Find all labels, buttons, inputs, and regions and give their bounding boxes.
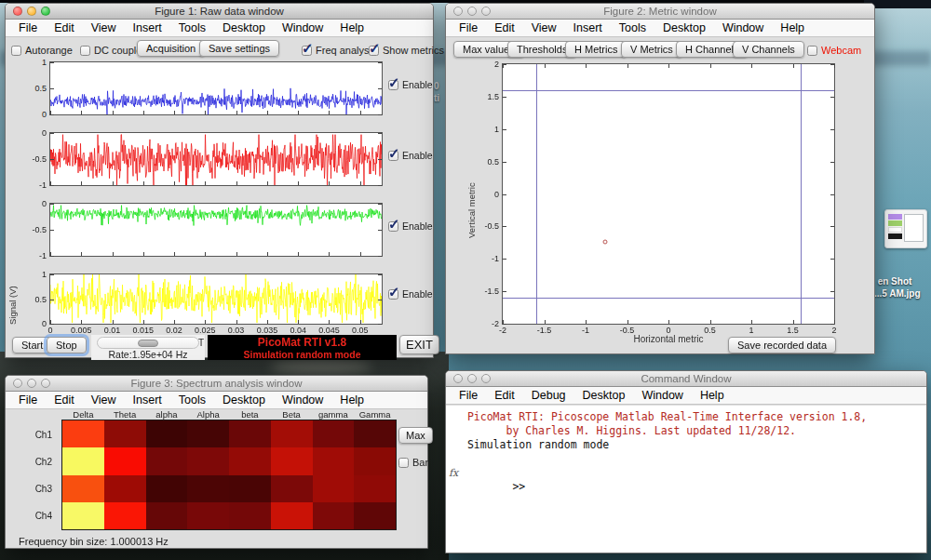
checkbox-box[interactable] [302,46,312,56]
channel4-enable-checkbox[interactable]: Enable [388,288,433,300]
rate-slider-thumb[interactable] [138,340,158,347]
fx-function-hint-icon[interactable]: fx [449,466,458,480]
menu-desktop[interactable]: Desktop [654,21,714,34]
show-metrics-checkbox[interactable]: Show metrics [369,45,444,56]
threshold-line-horizontal [503,90,834,91]
stop-button[interactable]: Stop [47,337,87,353]
menu-insert[interactable]: Insert [125,393,170,407]
channel2-enable-checkbox[interactable]: Enable [388,150,433,161]
menu-desktop[interactable]: Desktop [214,21,274,34]
menu-insert[interactable]: Insert [565,21,611,34]
menu-view[interactable]: View [83,393,125,407]
x-tick-mark [503,64,504,68]
menu-edit[interactable]: Edit [46,21,83,34]
y-tick-mark [830,291,834,292]
zoom-button[interactable] [41,7,50,16]
checkbox-box[interactable] [807,46,817,56]
menu-window[interactable]: Window [274,21,331,34]
channel1-enable-checkbox[interactable]: Enable [388,79,433,90]
save-settings-button[interactable]: Save settings [199,40,279,57]
x-tick-mark [360,181,361,185]
menu-desktop[interactable]: Desktop [214,393,274,407]
rate-slider[interactable] [97,337,199,349]
menu-file[interactable]: File [10,21,46,34]
checkbox-box[interactable] [80,46,90,56]
command-titlebar[interactable]: Command Window [446,371,926,387]
menu-edit[interactable]: Edit [486,21,523,34]
menu-window[interactable]: Window [633,389,691,402]
close-button[interactable] [453,374,463,383]
menu-file[interactable]: File [451,21,486,34]
heat-cell-Ch2-Beta [271,447,313,474]
y-tick-mark [830,324,834,325]
close-button[interactable] [13,379,22,388]
checkbox-box[interactable] [388,289,398,300]
menu-tools[interactable]: Tools [170,21,214,34]
y-tick-mark [50,300,54,300]
checkbox-box[interactable] [369,46,379,56]
save-recorded-data-button[interactable]: Save recorded data [728,337,836,353]
figure1-titlebar[interactable]: Figure 1: Raw data window [6,4,433,20]
menu-help[interactable]: Help [772,21,813,34]
window-title: Figure 2: Metric window [446,6,874,17]
heat-cell-Ch1-Beta [271,420,313,447]
menu-file[interactable]: File [10,393,46,407]
y-tick-mark [378,230,382,231]
menu-help[interactable]: Help [331,393,372,407]
freq-analysis-checkbox[interactable]: Freq analysis [302,45,376,56]
autorange-checkbox[interactable]: Autorange [11,45,73,56]
menu-debug[interactable]: Debug [523,389,574,402]
figure3-titlebar[interactable]: Figure 3: Spectrum analysis window [6,376,427,392]
webcam-checkbox[interactable]: Webcam [807,45,861,56]
webcam-label: Webcam [821,45,861,56]
minimize-button[interactable] [467,7,477,16]
traffic-lights [13,7,50,16]
menu-window[interactable]: Window [714,21,772,34]
y-tick-label: 1.5 [487,92,499,101]
checkbox-box[interactable] [388,221,398,232]
max-button[interactable]: Max [398,427,433,444]
bar-checkbox[interactable]: Bar [398,457,428,468]
menu-file[interactable]: File [451,389,486,402]
menu-help[interactable]: Help [331,21,372,34]
minimize-button[interactable] [467,374,477,383]
command-prompt[interactable]: >> [512,480,525,493]
figure2-titlebar[interactable]: Figure 2: Metric window [446,4,874,20]
heatmap-column-header: beta [241,409,259,420]
menu-insert[interactable]: Insert [125,21,170,34]
checkbox-box[interactable] [11,46,21,56]
y-tick-mark [503,226,506,227]
menu-view[interactable]: View [523,21,565,34]
x-tick-mark [113,320,114,324]
checkbox-box[interactable] [388,80,398,90]
menu-edit[interactable]: Edit [46,393,83,407]
h-metrics-button[interactable]: H Metrics [565,41,627,58]
checkbox-box[interactable] [388,151,398,161]
menu-window[interactable]: Window [274,393,331,407]
v-channels-button[interactable]: V Channels [733,41,804,58]
zoom-button[interactable] [481,374,491,383]
checkbox-box[interactable] [398,458,409,468]
menu-tools[interactable]: Tools [611,21,654,34]
zoom-button[interactable] [481,7,491,16]
menu-desktop[interactable]: Desktop [574,389,634,402]
menu-tools[interactable]: Tools [170,393,214,407]
heat-cell-Ch2-Delta [62,447,104,474]
menu-view[interactable]: View [83,21,125,34]
menu-edit[interactable]: Edit [486,389,523,402]
enable-label: Enable [402,79,433,90]
y-tick-mark [830,97,834,98]
v-metrics-button[interactable]: V Metrics [621,41,682,58]
zoom-button[interactable] [41,379,50,388]
acquisition-button[interactable]: Acquisition [137,40,205,57]
command-output-area[interactable]: PicoMat RTI: Picoscope Matlab Real-Time … [446,406,926,553]
close-button[interactable] [453,7,463,16]
menu-help[interactable]: Help [692,389,733,402]
close-button[interactable] [13,7,22,16]
y-tick-label: 0 [42,319,47,328]
minimize-button[interactable] [27,379,36,388]
bar-label: Bar [412,457,428,468]
minimize-button[interactable] [27,7,36,16]
channel3-enable-checkbox[interactable]: Enable [388,220,433,232]
exit-button[interactable]: EXIT [399,335,439,354]
